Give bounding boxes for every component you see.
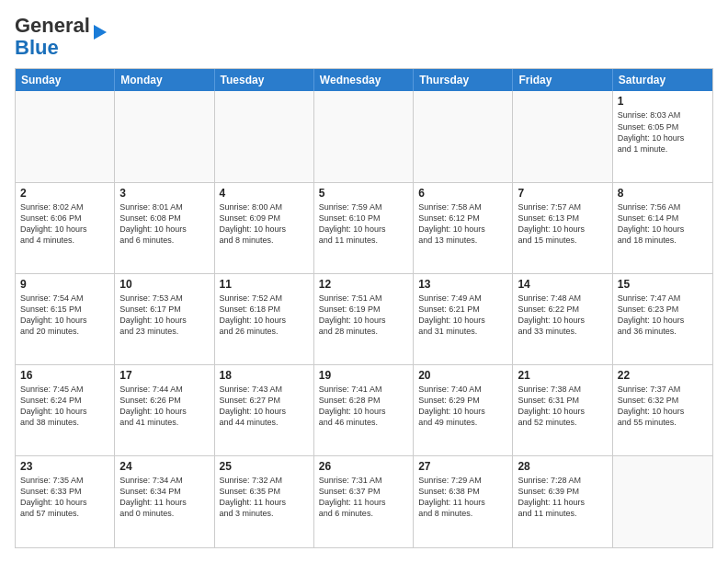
cal-cell-0-2 [215, 91, 314, 181]
cal-cell-4-2: 25Sunrise: 7:32 AM Sunset: 6:35 PM Dayli… [215, 456, 314, 547]
cal-cell-0-4 [414, 91, 513, 181]
calendar-body: 1Sunrise: 8:03 AM Sunset: 6:05 PM Daylig… [16, 91, 712, 547]
cell-day: 21 [518, 369, 607, 382]
cal-cell-4-4: 27Sunrise: 7:29 AM Sunset: 6:38 PM Dayli… [414, 456, 513, 547]
header-monday: Monday [115, 69, 214, 91]
cell-day: 11 [220, 278, 309, 291]
cal-row-3: 16Sunrise: 7:45 AM Sunset: 6:24 PM Dayli… [16, 365, 712, 456]
cal-cell-2-6: 15Sunrise: 7:47 AM Sunset: 6:23 PM Dayli… [613, 274, 712, 364]
cell-info: Sunrise: 8:03 AM Sunset: 6:05 PM Dayligh… [618, 109, 708, 155]
cell-day: 13 [418, 278, 507, 291]
cell-day: 24 [119, 460, 209, 473]
cal-cell-3-6: 22Sunrise: 7:37 AM Sunset: 6:32 PM Dayli… [613, 365, 712, 455]
cal-cell-3-1: 17Sunrise: 7:44 AM Sunset: 6:26 PM Dayli… [115, 365, 214, 455]
cell-day: 8 [618, 187, 708, 200]
header: General Blue [15, 15, 713, 59]
cell-day: 17 [119, 369, 209, 382]
cal-cell-1-6: 8Sunrise: 7:56 AM Sunset: 6:14 PM Daylig… [613, 183, 712, 273]
cal-cell-4-3: 26Sunrise: 7:31 AM Sunset: 6:37 PM Dayli… [314, 456, 414, 547]
cal-cell-1-4: 6Sunrise: 7:58 AM Sunset: 6:12 PM Daylig… [414, 183, 513, 273]
cal-cell-4-6 [613, 456, 712, 547]
cal-cell-2-1: 10Sunrise: 7:53 AM Sunset: 6:17 PM Dayli… [115, 274, 214, 364]
cell-info: Sunrise: 7:40 AM Sunset: 6:29 PM Dayligh… [418, 384, 507, 429]
header-thursday: Thursday [414, 69, 513, 91]
header-sunday: Sunday [16, 69, 115, 91]
cell-day: 14 [518, 278, 607, 291]
cal-cell-1-3: 5Sunrise: 7:59 AM Sunset: 6:10 PM Daylig… [314, 183, 414, 273]
cell-info: Sunrise: 7:43 AM Sunset: 6:27 PM Dayligh… [220, 384, 309, 429]
cal-cell-1-5: 7Sunrise: 7:57 AM Sunset: 6:13 PM Daylig… [513, 183, 612, 273]
cell-info: Sunrise: 7:28 AM Sunset: 6:39 PM Dayligh… [518, 475, 607, 520]
cal-cell-2-0: 9Sunrise: 7:54 AM Sunset: 6:15 PM Daylig… [16, 274, 115, 364]
cell-info: Sunrise: 7:29 AM Sunset: 6:38 PM Dayligh… [418, 475, 507, 520]
cell-info: Sunrise: 7:45 AM Sunset: 6:24 PM Dayligh… [20, 384, 109, 429]
cell-info: Sunrise: 7:57 AM Sunset: 6:13 PM Dayligh… [518, 201, 607, 247]
header-friday: Friday [513, 69, 612, 91]
cell-day: 7 [518, 187, 607, 200]
cal-cell-3-3: 19Sunrise: 7:41 AM Sunset: 6:28 PM Dayli… [314, 365, 414, 455]
cell-info: Sunrise: 7:49 AM Sunset: 6:21 PM Dayligh… [418, 293, 507, 338]
cell-info: Sunrise: 7:44 AM Sunset: 6:26 PM Dayligh… [119, 384, 209, 429]
cell-info: Sunrise: 7:59 AM Sunset: 6:10 PM Dayligh… [319, 201, 408, 247]
cal-cell-0-3 [314, 91, 414, 181]
cal-cell-1-1: 3Sunrise: 8:01 AM Sunset: 6:08 PM Daylig… [115, 183, 214, 273]
cell-info: Sunrise: 8:02 AM Sunset: 6:06 PM Dayligh… [20, 201, 109, 247]
cell-day: 5 [319, 187, 408, 200]
cal-cell-3-2: 18Sunrise: 7:43 AM Sunset: 6:27 PM Dayli… [215, 365, 314, 455]
cell-day: 19 [319, 369, 408, 382]
logo-text: General Blue [15, 15, 90, 59]
cell-info: Sunrise: 7:56 AM Sunset: 6:14 PM Dayligh… [618, 201, 708, 247]
cell-day: 23 [20, 460, 109, 473]
cal-row-0: 1Sunrise: 8:03 AM Sunset: 6:05 PM Daylig… [16, 91, 712, 182]
cell-day: 3 [119, 187, 209, 200]
cell-day: 12 [319, 278, 408, 291]
cal-cell-2-2: 11Sunrise: 7:52 AM Sunset: 6:18 PM Dayli… [215, 274, 314, 364]
cell-day: 4 [220, 187, 309, 200]
logo: General Blue [15, 15, 107, 59]
cell-info: Sunrise: 7:32 AM Sunset: 6:35 PM Dayligh… [220, 475, 309, 520]
cal-cell-3-5: 21Sunrise: 7:38 AM Sunset: 6:31 PM Dayli… [513, 365, 612, 455]
cell-day: 9 [20, 278, 109, 291]
cell-day: 1 [618, 95, 708, 108]
cal-cell-1-0: 2Sunrise: 8:02 AM Sunset: 6:06 PM Daylig… [16, 183, 115, 273]
cell-info: Sunrise: 7:31 AM Sunset: 6:37 PM Dayligh… [319, 475, 408, 520]
cell-day: 10 [119, 278, 209, 291]
cal-cell-2-4: 13Sunrise: 7:49 AM Sunset: 6:21 PM Dayli… [414, 274, 513, 364]
cell-info: Sunrise: 7:37 AM Sunset: 6:32 PM Dayligh… [618, 384, 708, 429]
cal-cell-3-0: 16Sunrise: 7:45 AM Sunset: 6:24 PM Dayli… [16, 365, 115, 455]
cell-day: 6 [418, 187, 507, 200]
cell-info: Sunrise: 7:47 AM Sunset: 6:23 PM Dayligh… [618, 293, 708, 338]
cell-info: Sunrise: 8:01 AM Sunset: 6:08 PM Dayligh… [119, 201, 209, 247]
cal-cell-4-5: 28Sunrise: 7:28 AM Sunset: 6:39 PM Dayli… [513, 456, 612, 547]
logo-blue: Blue [15, 36, 59, 59]
cal-row-4: 23Sunrise: 7:35 AM Sunset: 6:33 PM Dayli… [16, 456, 712, 547]
cal-cell-4-0: 23Sunrise: 7:35 AM Sunset: 6:33 PM Dayli… [16, 456, 115, 547]
cal-row-1: 2Sunrise: 8:02 AM Sunset: 6:06 PM Daylig… [16, 183, 712, 274]
cell-day: 20 [418, 369, 507, 382]
cell-day: 22 [618, 369, 708, 382]
cell-info: Sunrise: 7:38 AM Sunset: 6:31 PM Dayligh… [518, 384, 607, 429]
header-wednesday: Wednesday [314, 69, 414, 91]
cal-cell-2-3: 12Sunrise: 7:51 AM Sunset: 6:19 PM Dayli… [314, 274, 414, 364]
cell-info: Sunrise: 7:54 AM Sunset: 6:15 PM Dayligh… [20, 293, 109, 338]
cell-info: Sunrise: 7:52 AM Sunset: 6:18 PM Dayligh… [220, 293, 309, 338]
cell-info: Sunrise: 7:48 AM Sunset: 6:22 PM Dayligh… [518, 293, 607, 338]
cell-info: Sunrise: 7:58 AM Sunset: 6:12 PM Dayligh… [418, 201, 507, 247]
page: General Blue Sunday Monday Tuesday Wedne… [0, 0, 728, 563]
cell-day: 26 [319, 460, 408, 473]
cal-cell-4-1: 24Sunrise: 7:34 AM Sunset: 6:34 PM Dayli… [115, 456, 214, 547]
cell-day: 16 [20, 369, 109, 382]
cell-info: Sunrise: 7:53 AM Sunset: 6:17 PM Dayligh… [119, 293, 209, 338]
cell-day: 15 [618, 278, 708, 291]
cal-cell-0-5 [513, 91, 612, 181]
cell-day: 28 [518, 460, 607, 473]
cal-cell-2-5: 14Sunrise: 7:48 AM Sunset: 6:22 PM Dayli… [513, 274, 612, 364]
cal-cell-3-4: 20Sunrise: 7:40 AM Sunset: 6:29 PM Dayli… [414, 365, 513, 455]
cell-day: 2 [20, 187, 109, 200]
cell-info: Sunrise: 7:41 AM Sunset: 6:28 PM Dayligh… [319, 384, 408, 429]
calendar: Sunday Monday Tuesday Wednesday Thursday… [15, 68, 713, 548]
cal-cell-0-1 [115, 91, 214, 181]
cell-day: 27 [418, 460, 507, 473]
cal-cell-1-2: 4Sunrise: 8:00 AM Sunset: 6:09 PM Daylig… [215, 183, 314, 273]
cell-info: Sunrise: 8:00 AM Sunset: 6:09 PM Dayligh… [220, 201, 309, 247]
